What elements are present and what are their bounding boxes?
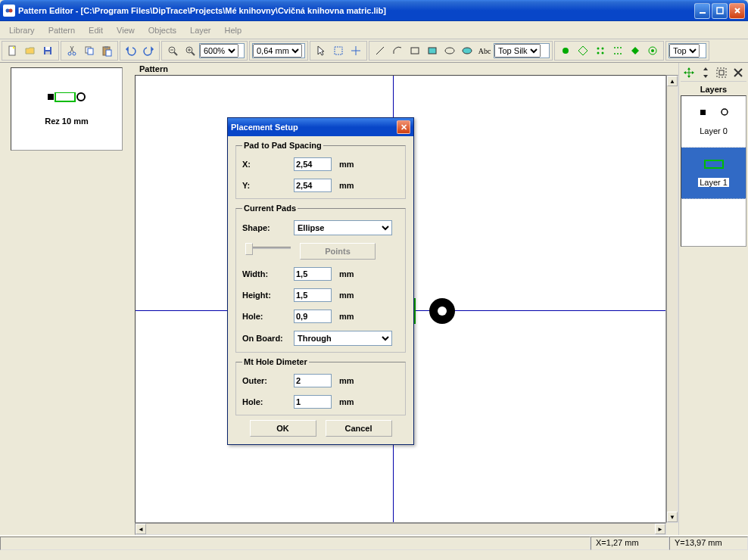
dialog-title-bar[interactable]: Placement Setup ✕ — [228, 118, 413, 136]
menu-edit[interactable]: Edit — [83, 23, 109, 37]
select-icon[interactable] — [330, 42, 347, 59]
layer-select[interactable]: Top Silk — [494, 43, 550, 58]
menu-objects[interactable]: Objects — [142, 23, 182, 37]
unit: mm — [339, 269, 354, 278]
svg-point-42 — [651, 49, 654, 52]
ok-button[interactable]: OK — [250, 420, 316, 437]
shape-select[interactable]: Ellipse — [294, 220, 392, 235]
svg-rect-7 — [45, 51, 50, 54]
unit: mm — [339, 397, 354, 406]
layer-name: Layer 0 — [700, 126, 728, 135]
window-title: Pattern Editor - [C:\Program Files\DipTr… — [18, 6, 694, 15]
svg-point-28 — [445, 48, 454, 54]
menu-bar: Library Pattern Edit View Objects Layer … — [0, 21, 748, 39]
layer-row[interactable]: Layer 0 — [681, 96, 746, 148]
width-input[interactable] — [294, 267, 332, 281]
paste-icon[interactable] — [98, 42, 115, 59]
ellipse-icon[interactable] — [441, 42, 458, 59]
layers-list: Layer 0 Layer 1 — [681, 95, 746, 247]
fillellipse-icon[interactable] — [459, 42, 475, 59]
svg-rect-50 — [700, 110, 706, 115]
menu-pattern[interactable]: Pattern — [42, 23, 81, 37]
dialog-close-button[interactable]: ✕ — [397, 120, 410, 134]
svg-rect-22 — [335, 47, 342, 54]
copy-icon[interactable] — [81, 42, 98, 59]
height-input[interactable] — [294, 288, 332, 302]
width-label: Width: — [242, 269, 294, 278]
svg-rect-52 — [705, 160, 723, 168]
save-icon[interactable] — [39, 42, 56, 59]
rect-icon[interactable] — [407, 42, 423, 59]
svg-rect-2 — [700, 12, 706, 14]
hole-icon[interactable] — [575, 42, 591, 59]
x-icon[interactable] — [731, 66, 745, 79]
group-current-pads: Current Pads — [242, 204, 298, 213]
svg-point-33 — [597, 52, 600, 54]
menu-help[interactable]: Help — [219, 23, 248, 37]
group-icon[interactable] — [715, 66, 728, 79]
x-input[interactable] — [294, 157, 332, 171]
grid-input[interactable]: 0,64 mm — [252, 43, 305, 58]
position-select[interactable]: Top — [669, 43, 706, 58]
svg-line-19 — [192, 52, 195, 55]
grid1-icon[interactable] — [592, 42, 609, 59]
pad-icon[interactable] — [557, 42, 574, 59]
svg-rect-3 — [717, 8, 723, 14]
hole2-label: Hole: — [242, 397, 294, 406]
layers-title: Layers — [681, 83, 746, 95]
menu-view[interactable]: View — [111, 23, 141, 37]
undo-icon[interactable] — [123, 42, 139, 59]
menu-library[interactable]: Library — [3, 23, 41, 37]
maximize-button[interactable] — [712, 3, 728, 19]
vertical-scrollbar[interactable]: ▲▼ — [666, 75, 678, 523]
arc-icon[interactable] — [389, 42, 406, 59]
hole-label: Hole: — [242, 312, 294, 321]
fillrect-icon[interactable] — [424, 42, 441, 59]
y-label: Y: — [242, 181, 294, 190]
svg-point-35 — [614, 47, 616, 48]
layer-row[interactable]: Layer 1 — [681, 148, 746, 199]
outer-input[interactable] — [294, 374, 332, 387]
svg-line-25 — [376, 47, 384, 54]
open-icon[interactable] — [22, 42, 39, 59]
hole-input[interactable] — [294, 310, 332, 323]
slider[interactable] — [245, 243, 291, 252]
new-icon[interactable] — [5, 42, 21, 59]
updown-icon[interactable] — [699, 66, 712, 79]
line-icon[interactable] — [372, 42, 388, 59]
cut-icon[interactable] — [64, 42, 80, 59]
cancel-button[interactable]: Cancel — [326, 420, 392, 437]
horizontal-scrollbar[interactable]: ◄► — [135, 523, 666, 535]
svg-point-31 — [597, 48, 600, 50]
menu-layer[interactable]: Layer — [184, 23, 217, 37]
cursor-icon[interactable] — [313, 42, 329, 59]
library-item[interactable]: Rez 10 mm — [11, 67, 123, 151]
pad-ring-icon — [429, 298, 455, 324]
right-panel: Layers Layer 0 Layer 1 — [678, 63, 748, 535]
move-icon[interactable] — [682, 66, 696, 79]
svg-point-38 — [614, 53, 616, 54]
zoom-in-icon[interactable] — [182, 42, 198, 59]
text-icon[interactable]: Abc — [476, 42, 493, 59]
svg-point-29 — [463, 48, 472, 54]
onboard-label: On Board: — [242, 334, 294, 343]
points-button: Points — [300, 243, 376, 260]
unit: mm — [339, 376, 354, 385]
svg-point-40 — [620, 53, 622, 54]
status-y: Y=13,97 mm — [669, 537, 748, 550]
title-bar: Pattern Editor - [C:\Program Files\DipTr… — [0, 0, 748, 21]
redo-icon[interactable] — [140, 42, 157, 59]
grid2-icon[interactable] — [609, 42, 626, 59]
hole2-input[interactable] — [294, 395, 332, 409]
unit: mm — [339, 160, 354, 169]
zoom-out-icon[interactable] — [164, 42, 181, 59]
diamond-icon[interactable] — [627, 42, 644, 59]
origin-icon[interactable] — [348, 42, 364, 59]
minimize-button[interactable] — [694, 3, 710, 19]
zoom-input[interactable]: 600% — [199, 43, 245, 58]
layer-thumb — [699, 108, 729, 117]
circle-stack-icon[interactable] — [644, 42, 661, 59]
close-button[interactable] — [729, 3, 745, 19]
y-input[interactable] — [294, 179, 332, 192]
onboard-select[interactable]: Through — [294, 331, 392, 346]
